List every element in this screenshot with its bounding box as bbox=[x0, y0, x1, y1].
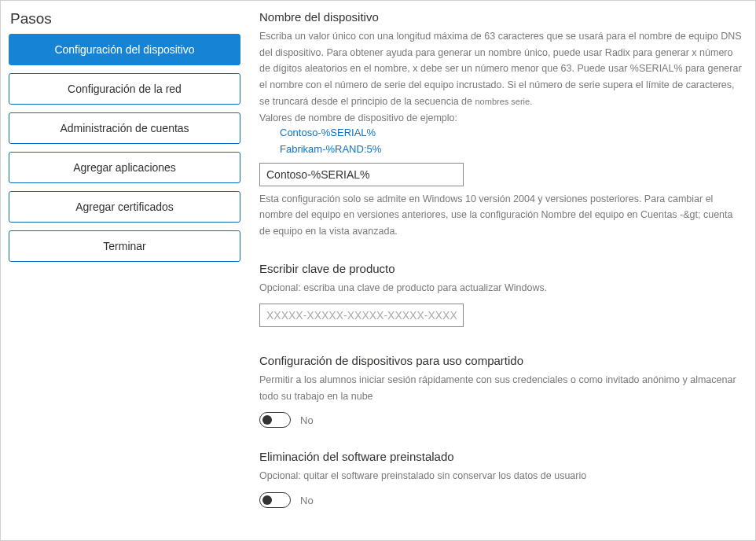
device-name-example-1: Contoso-%SERIAL% bbox=[280, 125, 744, 142]
remove-preinstalled-toggle-label: No bbox=[300, 495, 314, 506]
section-device-name: Nombre del dispositivo Escriba un valor … bbox=[259, 10, 744, 240]
step-account-admin[interactable]: Administración de cuentas bbox=[9, 112, 240, 144]
shared-use-toggle[interactable] bbox=[259, 412, 291, 428]
shared-use-toggle-label: No bbox=[300, 414, 314, 426]
section-shared-use: Configuración de dispositivos para uso c… bbox=[259, 354, 744, 428]
device-name-input[interactable] bbox=[259, 163, 464, 186]
main-content: Nombre del dispositivo Escriba un valor … bbox=[248, 1, 755, 540]
remove-preinstalled-desc: Opcional: quitar el software preinstalad… bbox=[259, 468, 744, 484]
section-product-key: Escribir clave de producto Opcional: esc… bbox=[259, 262, 744, 333]
product-key-title: Escribir clave de producto bbox=[259, 262, 744, 275]
device-name-title: Nombre del dispositivo bbox=[259, 10, 744, 24]
shared-use-title: Configuración de dispositivos para uso c… bbox=[259, 354, 744, 367]
steps-sidebar: Pasos Configuración del dispositivo Conf… bbox=[1, 1, 248, 540]
step-add-certs[interactable]: Agregar certificados bbox=[9, 191, 240, 223]
device-name-desc-a: Escriba un valor único con una longitud … bbox=[259, 31, 742, 107]
product-key-input[interactable] bbox=[259, 304, 464, 327]
device-name-footnote: Esta configuración solo se admite en Win… bbox=[259, 191, 744, 240]
toggle-knob-icon bbox=[262, 495, 272, 505]
step-device-config[interactable]: Configuración del dispositivo bbox=[9, 34, 240, 65]
step-network-config[interactable]: Configuración de la red bbox=[9, 73, 240, 105]
shared-use-toggle-row: No bbox=[259, 412, 744, 428]
device-name-example-label: Valores de nombre de dispositivo de ejem… bbox=[259, 112, 744, 123]
step-add-apps[interactable]: Agregar aplicaciones bbox=[9, 152, 240, 183]
toggle-knob-icon bbox=[262, 415, 272, 425]
shared-use-desc: Permitir a los alumnos iniciar sesión rá… bbox=[259, 372, 744, 404]
remove-preinstalled-toggle-row: No bbox=[259, 492, 744, 508]
sidebar-title: Pasos bbox=[10, 10, 242, 28]
remove-preinstalled-title: Eliminación del software preinstalado bbox=[259, 450, 744, 463]
section-remove-preinstalled: Eliminación del software preinstalado Op… bbox=[259, 450, 744, 508]
product-key-desc: Opcional: escriba una clave de producto … bbox=[259, 280, 744, 296]
remove-preinstalled-toggle[interactable] bbox=[259, 492, 291, 508]
step-finish[interactable]: Terminar bbox=[9, 230, 240, 262]
device-name-desc: Escriba un valor único con una longitud … bbox=[259, 28, 744, 109]
device-name-example-2: Fabrikam-%RAND:5% bbox=[280, 142, 744, 158]
device-name-desc-b: nombres serie. bbox=[475, 97, 532, 106]
